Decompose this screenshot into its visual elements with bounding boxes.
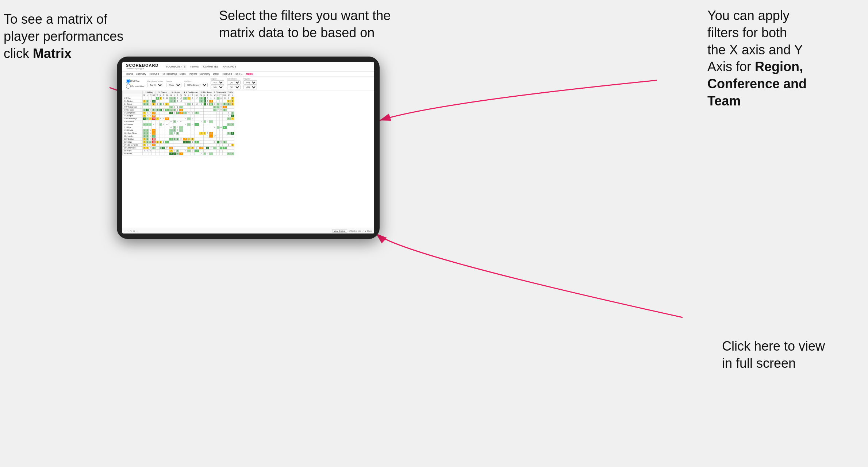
toolbar-refresh[interactable]: ↻	[130, 230, 132, 232]
matrix-cell	[151, 126, 156, 129]
nav-rankings[interactable]: RANKINGS	[223, 65, 237, 68]
full-view-option[interactable]: Full View	[126, 79, 144, 84]
toolbar-redo[interactable]: ↪	[127, 230, 129, 232]
matrix-cell: 1	[159, 147, 162, 150]
nav-tournaments[interactable]: TOURNAMENTS	[166, 65, 185, 68]
nav-teams[interactable]: TEAMS	[190, 65, 199, 68]
matrix-cell: 0	[206, 132, 209, 135]
matrix-cell	[173, 123, 176, 126]
matrix-cell	[183, 109, 187, 112]
matrix-cell	[194, 115, 199, 117]
tab-teams[interactable]: Teams	[126, 73, 133, 75]
matrix-cell: 13	[194, 103, 199, 106]
matrix-cell	[227, 129, 231, 132]
matrix-cell	[149, 153, 152, 155]
matrix-cell: 1	[173, 138, 176, 141]
col-w-ding: 1. W Ding	[143, 91, 156, 94]
matrix-cell	[179, 144, 183, 147]
matrix-cell	[162, 120, 165, 123]
matrix-cell: 0	[191, 141, 194, 144]
sh-t6: T	[219, 94, 222, 97]
conference-select[interactable]: (All)	[227, 80, 241, 85]
toolbar-watch[interactable]: ⊙ Watch ▾	[349, 230, 357, 232]
view-original-button[interactable]: View: Original	[332, 229, 347, 233]
matrix-cell	[219, 132, 222, 135]
matrix-cell	[206, 126, 209, 129]
sh-w7: W	[227, 94, 231, 97]
tab-matrix-active[interactable]: Matrix	[246, 73, 253, 75]
matrix-cell	[231, 106, 234, 109]
matrix-cell	[213, 129, 217, 132]
matrix-cell	[199, 150, 204, 153]
toolbar-share[interactable]: ⤴ Share	[365, 230, 372, 232]
gender-select[interactable]: Men's	[166, 83, 181, 87]
matrix-cell: 1	[169, 100, 173, 103]
matrix-cell: 0	[199, 120, 204, 123]
logo-main-text: SCOREBOARD	[126, 63, 158, 67]
matrix-cell	[173, 135, 176, 138]
tab-h2h-grid[interactable]: H2H Grid	[149, 73, 159, 75]
toolbar-layout[interactable]: ⊡▾	[358, 230, 361, 232]
tab-summary[interactable]: Summary	[136, 73, 146, 75]
compact-view-option[interactable]: Compact View	[126, 84, 144, 89]
matrix-cell: 0	[146, 112, 149, 115]
matrix-cell	[183, 132, 187, 135]
toolbar-more[interactable]: ···	[136, 230, 138, 232]
conference-select2[interactable]: (All)	[227, 85, 241, 89]
division-select[interactable]: NCAA Division I	[184, 83, 208, 87]
tab-h2h-heatmap[interactable]: H2H Heatmap	[162, 73, 177, 75]
tab-detail[interactable]: Detail	[213, 73, 219, 75]
toolbar-fullscreen[interactable]: ⤢	[362, 230, 364, 232]
players-select[interactable]: (All)	[243, 80, 257, 85]
toolbar-undo[interactable]: ↩	[124, 230, 126, 232]
matrix-cell	[176, 147, 179, 150]
matrix-cell: 1	[203, 120, 206, 123]
players-select2[interactable]: (All)	[243, 85, 257, 89]
player-name-cell: 2. L Clanton	[123, 100, 143, 103]
tab-h2hh[interactable]: H2HH...	[235, 73, 243, 75]
matrix-cell	[203, 147, 206, 150]
compact-view-radio[interactable]	[126, 84, 131, 89]
matrix-cell	[169, 135, 173, 138]
matrix-cell	[219, 150, 222, 153]
full-view-radio[interactable]	[126, 79, 131, 84]
matrix-cell: -6	[223, 106, 227, 109]
matrix-cell: 3	[203, 100, 206, 103]
matrix-cell	[209, 144, 213, 147]
matrix-cell: 0	[176, 100, 179, 103]
matrix-cell	[223, 115, 227, 117]
region-select[interactable]: N/A	[211, 80, 224, 85]
matrix-cell: 1	[227, 132, 231, 135]
nav-committee[interactable]: COMMITTEE	[203, 65, 219, 68]
matrix-cell	[227, 141, 231, 144]
matrix-cell	[203, 135, 206, 138]
matrix-cell: 0	[191, 112, 194, 115]
matrix-cell: 0	[173, 112, 176, 115]
matrix-cell: 0	[183, 123, 187, 126]
matrix-cell: 4	[219, 147, 222, 150]
tab-matrix[interactable]: Matrix	[180, 73, 186, 75]
matrix-container[interactable]: 1. W Ding 2. L Clanton 3. J Koivun 4. M …	[122, 91, 374, 234]
region-select2[interactable]: N/A	[211, 85, 224, 89]
matrix-cell: 1	[169, 129, 173, 132]
matrix-cell: 0	[206, 97, 209, 100]
ann-right-l6: Team	[707, 93, 741, 108]
matrix-cell: 3	[183, 141, 187, 144]
toolbar-copy[interactable]: ⊞	[133, 230, 135, 232]
matrix-cell: 0	[206, 153, 209, 155]
tab-h2h-grid2[interactable]: H2H Grid	[222, 73, 232, 75]
matrix-cell: 1	[199, 97, 204, 100]
matrix-cell: 4	[203, 103, 206, 106]
matrix-cell	[219, 135, 222, 138]
matrix-cell: 0	[159, 117, 162, 120]
tab-players[interactable]: Players	[189, 73, 197, 75]
matrix-cell	[231, 120, 234, 123]
max-players-select[interactable]: Top 25	[147, 83, 163, 87]
view-options: Full View Compact View	[126, 79, 144, 89]
max-players-label: Max players in view	[147, 80, 163, 82]
matrix-cell	[223, 112, 227, 115]
tab-summary2[interactable]: Summary	[200, 73, 210, 75]
matrix-cell: 0	[213, 126, 217, 129]
matrix-cell	[209, 123, 213, 126]
sub-header-name	[123, 94, 143, 97]
